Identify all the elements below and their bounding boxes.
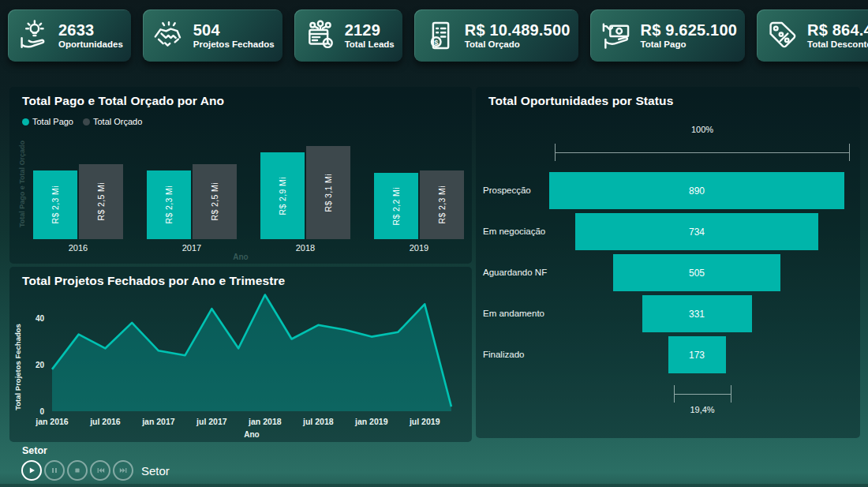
- bar-value-label: R$ 2,5 Mi: [210, 182, 219, 221]
- funnel-category-label: Finalizado: [476, 336, 549, 359]
- kpi-value: R$ 864.400: [807, 21, 868, 39]
- kpi-label: Total Pago: [641, 39, 738, 50]
- kpi-row: 2633 Oportunidades 504 Projetos Fechados…: [8, 9, 860, 62]
- line-chart-y-axis-title: Total Projetos Fechados: [13, 324, 22, 410]
- play-button[interactable]: [21, 460, 42, 481]
- bar-total-orcado[interactable]: R$ 3,1 Mi: [306, 146, 350, 239]
- line-chart-x-axis-title: Ano: [244, 430, 259, 439]
- kpi-label: Total Leads: [345, 39, 395, 50]
- bar-total-orcado[interactable]: R$ 2,5 Mi: [79, 164, 123, 239]
- leads-icon: [304, 19, 337, 52]
- x-tick-label: jul 2019: [409, 417, 440, 426]
- bar-chart-y-axis-title: Total Pago e Total Orçado: [18, 121, 26, 247]
- player-field-label: Setor: [141, 464, 170, 478]
- idea-hand-icon: [17, 19, 51, 52]
- previous-button[interactable]: [90, 460, 110, 481]
- bar-chart-x-axis-title: Ano: [9, 253, 472, 261]
- line-chart-panel: Total Projetos Fechados por Ano e Trimes…: [9, 267, 472, 442]
- funnel-chart-title: Total Oportunidades por Status: [488, 94, 673, 108]
- kpi-value: R$ 9.625.100: [641, 21, 738, 39]
- area-fill[interactable]: [52, 295, 451, 412]
- kpi-label: Total Desconto: [807, 39, 868, 50]
- x-tick-label: jul 2017: [196, 417, 227, 426]
- funnel-bar-area: 331: [549, 295, 844, 332]
- stop-button[interactable]: [67, 460, 88, 481]
- kpi-card-total-leads[interactable]: 2129 Total Leads: [294, 9, 402, 62]
- funnel-row: Aguardando NF505: [476, 254, 860, 295]
- legend-item-total-pago[interactable]: Total Pago: [22, 117, 73, 126]
- y-tick-label: 20: [36, 361, 45, 369]
- bar-total-pago[interactable]: R$ 2,9 Mi: [260, 152, 305, 239]
- x-tick-label: jul 2016: [89, 417, 121, 426]
- bar-total-pago[interactable]: R$ 2,3 Mi: [147, 170, 191, 239]
- bar-value-label: R$ 2,3 Mi: [437, 185, 447, 224]
- bar-value-label: R$ 2,5 Mi: [96, 182, 106, 221]
- next-button[interactable]: [113, 460, 133, 481]
- x-tick-label: jul 2018: [302, 417, 334, 426]
- pause-button[interactable]: [44, 460, 65, 481]
- kpi-card-total-orcado[interactable]: $ R$ 10.489.500 Total Orçado: [414, 9, 578, 62]
- funnel-rows: Prospecção890Em negociação734Aguardando …: [476, 172, 860, 377]
- kpi-card-total-desconto[interactable]: R$ 864.400 Total Desconto: [757, 9, 868, 62]
- funnel-bar[interactable]: 173: [668, 336, 726, 373]
- funnel-bar-area: 890: [549, 172, 844, 209]
- invoice-coin-icon: $: [424, 19, 457, 52]
- funnel-row: Prospecção890: [476, 172, 860, 213]
- bar-group: R$ 2,3 MiR$ 2,5 Mi2016: [33, 164, 123, 239]
- funnel-bar[interactable]: 331: [642, 295, 752, 332]
- hand-money-icon: [600, 19, 633, 52]
- funnel-top-bracket: [555, 144, 850, 161]
- bar-group: R$ 2,9 MiR$ 3,1 Mi2018: [260, 146, 350, 239]
- x-tick-label: jan 2019: [354, 417, 388, 426]
- bar-chart-title: Total Pago e Total Orçado por Ano: [22, 94, 224, 108]
- legend-item-total-orcado[interactable]: Total Orçado: [83, 117, 142, 126]
- bar-group: R$ 2,2 MiR$ 2,3 Mi2019: [374, 170, 464, 239]
- kpi-card-projetos-fechados[interactable]: 504 Projetos Fechados: [143, 9, 282, 62]
- bar-value-label: R$ 3,1 Mi: [324, 174, 333, 212]
- x-tick-label: jan 2017: [141, 417, 175, 426]
- funnel-bar[interactable]: 734: [575, 213, 818, 250]
- kpi-label: Oportunidades: [58, 39, 123, 50]
- kpi-card-oportunidades[interactable]: 2633 Oportunidades: [8, 9, 131, 62]
- bar-chart-panel: Total Pago e Total Orçado por Ano Total …: [9, 87, 472, 264]
- bar-value-label: R$ 2,3 Mi: [164, 185, 174, 224]
- bar-value-label: R$ 2,9 Mi: [278, 177, 287, 215]
- x-tick-label: 2016: [33, 243, 123, 253]
- funnel-bar[interactable]: 505: [613, 254, 780, 291]
- x-tick-label: 2018: [260, 243, 350, 253]
- bar-total-orcado[interactable]: R$ 2,3 Mi: [420, 170, 464, 239]
- funnel-row: Em andamento331: [476, 295, 860, 336]
- kpi-value: 2129: [345, 21, 395, 39]
- x-tick-label: jan 2018: [248, 417, 282, 426]
- bar-value-label: R$ 2,3 Mi: [51, 185, 60, 224]
- svg-text:$: $: [434, 38, 439, 47]
- funnel-bottom-percent: 19,4%: [655, 405, 750, 414]
- legend-dot-gray: [83, 118, 90, 125]
- funnel-top-perc还: 100%: [555, 125, 850, 134]
- discount-tag-icon: [766, 19, 799, 52]
- bar-total-pago[interactable]: R$ 2,3 Mi: [33, 170, 77, 239]
- x-tick-label: 2019: [374, 243, 464, 253]
- bar-chart-legend: Total Pago Total Orçado: [22, 117, 142, 126]
- kpi-label: Projetos Fechados: [193, 39, 275, 50]
- funnel-bar[interactable]: 890: [549, 172, 844, 209]
- y-tick-label: 0: [39, 407, 44, 416]
- bar-total-orcado[interactable]: R$ 2,5 Mi: [193, 164, 237, 239]
- legend-label: Total Orçado: [93, 117, 142, 126]
- bar-total-pago[interactable]: R$ 2,2 Mi: [374, 173, 418, 239]
- player-controls: Setor: [21, 460, 170, 481]
- kpi-label: Total Orçado: [465, 39, 571, 50]
- funnel-category-label: Aguardando NF: [476, 254, 549, 277]
- funnel-chart-panel: Total Oportunidades por Status 100% Pros…: [476, 87, 860, 438]
- line-chart-title: Total Projetos Fechados por Ano e Trimes…: [22, 274, 285, 288]
- x-tick-label: 2017: [147, 243, 237, 253]
- kpi-card-total-pago[interactable]: R$ 9.625.100 Total Pago: [590, 9, 746, 62]
- funnel-row: Finalizado173: [476, 336, 860, 377]
- legend-label: Total Pago: [32, 117, 73, 126]
- x-tick-label: jan 2016: [35, 417, 69, 426]
- funnel-bar-area: 734: [549, 213, 844, 250]
- bar-value-label: R$ 2,2 Mi: [391, 187, 401, 226]
- funnel-category-label: Em andamento: [476, 295, 549, 318]
- player-heading: Setor: [22, 445, 47, 456]
- kpi-value: 504: [193, 21, 275, 39]
